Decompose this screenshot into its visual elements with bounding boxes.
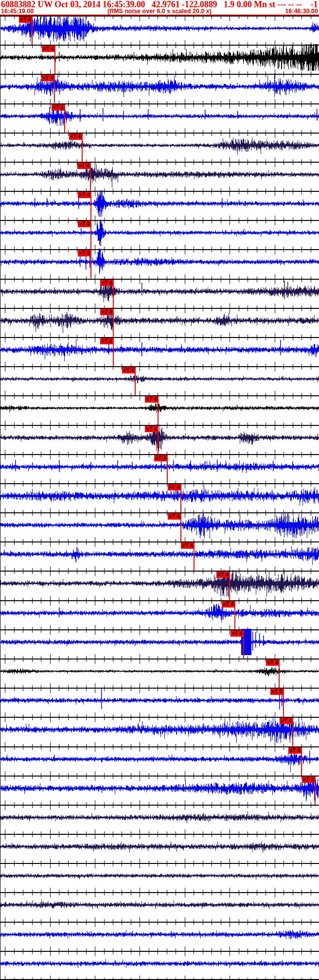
station-label: US HLID BHZ 00 99999.0km BW HIGHPASS 2.0… xyxy=(5,591,158,598)
pick-line[interactable] xyxy=(158,426,159,454)
pick-line[interactable] xyxy=(113,338,114,366)
pick-line[interactable] xyxy=(158,396,159,424)
window-start-time: 16:45:19.00 xyxy=(1,8,34,15)
pick-line[interactable] xyxy=(54,46,55,74)
pick-line[interactable] xyxy=(113,309,114,337)
minute-label: 16:46 xyxy=(187,719,203,725)
pick-line[interactable] xyxy=(229,572,230,600)
station-label: UW QT3 EHZ -- 99999.0km BW HIGHPASS 2.0 … xyxy=(5,738,154,744)
pick-flag[interactable]: ×T 4 xyxy=(78,192,91,198)
station-label: UW ETW EHZ -- 99999.0km BW HIGHPASS 2.0 … xyxy=(5,709,156,715)
pick-flag[interactable]: ×T 4 xyxy=(280,718,293,724)
trace-panel-stack: CC CLCV EHZ -- 99999.0km BW HIGHPASS 2.0… xyxy=(0,16,319,980)
pick-line[interactable] xyxy=(279,659,280,688)
station-label: UW BEND EHZ -- 99999.0km BW HIGHPASS 2.0… xyxy=(5,943,160,949)
minute-label: 16:46 xyxy=(187,164,203,170)
minute-label: 16:46 xyxy=(187,953,203,959)
station-label: PB B004 EHZ -- 99999.0km BW HIGHPASS 2.0… xyxy=(5,796,155,803)
pick-flag[interactable]: ×T 4 xyxy=(41,75,54,81)
minute-label: 16:46 xyxy=(187,17,203,24)
minute-label: 16:46 xyxy=(187,368,203,374)
pick-flag[interactable]: ×T 4 xyxy=(42,46,55,52)
pick-line[interactable] xyxy=(301,747,302,776)
pick-line[interactable] xyxy=(90,250,91,278)
pick-flag[interactable]: ×T 4 xyxy=(122,367,135,373)
minute-label: 16:46 xyxy=(187,76,203,82)
pick-flag[interactable]: ×T 4 xyxy=(230,630,244,637)
pick-flag[interactable]: ×T 4 xyxy=(145,396,158,403)
minute-label: 16:46 xyxy=(187,690,203,696)
pick-flag[interactable]: ×T 4 xyxy=(145,426,158,432)
minute-label: 16:46 xyxy=(187,105,203,112)
pick-line[interactable] xyxy=(234,601,235,629)
station-label: UW SVQH EHZ -- 99999.0km BW HIGHPASS 2.0… xyxy=(5,533,160,540)
pick-line[interactable] xyxy=(194,542,195,571)
window-end-time: 16:46:30.00 xyxy=(285,8,318,15)
station-label: PB B031 EHZ -- 99999.0km BW HIGHPASS 2.0… xyxy=(5,475,155,482)
pick-line[interactable] xyxy=(135,367,136,395)
pick-flag[interactable]: ×T 4 xyxy=(100,309,113,315)
pick-line[interactable] xyxy=(180,484,181,512)
pick-flag[interactable]: ×T 4 xyxy=(168,484,181,490)
station-label: UW RRHS EHZ -- 99999.0km BW HIGHPASS 2.0… xyxy=(5,358,160,365)
pick-flag[interactable]: ×T 4 xyxy=(181,542,194,549)
pick-line[interactable] xyxy=(180,513,181,541)
pick-line[interactable] xyxy=(283,689,284,717)
station-label: UW TUCA HHZ -- 99999.0km BW HIGHPASS 2.0… xyxy=(5,679,159,686)
pick-flag[interactable]: ×T 4 xyxy=(168,513,181,520)
minute-label: 16:46 xyxy=(187,193,203,199)
pick-flag[interactable]: ×T 4 xyxy=(69,134,82,140)
pick-flag[interactable]: ×T 4 xyxy=(216,572,230,578)
pick-line[interactable] xyxy=(54,75,55,103)
pick-line[interactable] xyxy=(90,163,91,191)
minute-label: 16:46 xyxy=(187,602,203,608)
pick-flag[interactable]: ×T 4 xyxy=(266,659,279,666)
time-axis-header: 16:45:19.00 (RMS noise over 6.0 s scaled… xyxy=(1,8,318,15)
pick-line[interactable] xyxy=(292,718,293,746)
pick-line[interactable] xyxy=(90,221,91,249)
pick-flag[interactable]: ×T 4 xyxy=(154,455,167,461)
station-label: TA F05D BHZ -- 99999.0km BW HIGHPASS 2.0… xyxy=(5,153,154,160)
minute-label: 16:46 xyxy=(187,865,203,871)
pick-line[interactable] xyxy=(32,17,33,45)
pick-line[interactable] xyxy=(113,280,114,308)
pick-line[interactable] xyxy=(82,134,83,162)
pick-flag[interactable]: ×T 4 xyxy=(302,777,315,783)
station-label: TA E04D BHZ -- 99999.0km BW HIGHPASS 2.0… xyxy=(5,446,155,453)
pick-flag[interactable]: ×T 4 xyxy=(77,163,90,169)
pick-flag[interactable]: ×T 4 xyxy=(78,250,91,256)
pick-flag[interactable]: ×T 4 xyxy=(78,221,91,227)
station-label: TA J04D BHZ -- 99999.0km BW HIGHPASS 2.0… xyxy=(5,329,153,336)
station-label: UO IRO EHZ -- 99999.0km BW HIGHPASS 2.0 … xyxy=(5,270,152,277)
station-label: TA I05D BHZ -- 99999.0km BW HIGHPASS 2.0… xyxy=(5,913,152,920)
minute-label: 16:46 xyxy=(187,339,203,345)
minute-label: 16:46 xyxy=(187,777,203,784)
pick-line[interactable] xyxy=(167,455,168,483)
minute-label: 16:46 xyxy=(187,251,203,257)
station-label: PB B007 EHZ -- 99999.0km BW HIGHPASS 2.0… xyxy=(5,767,155,774)
pick-flag[interactable]: ×T 4 xyxy=(100,280,113,286)
pick-line[interactable] xyxy=(243,630,244,659)
station-label: CC JRO BHZ -- 99999.0km BW HIGHPASS 2.0 … xyxy=(5,300,153,306)
station-label: UO FRIS EHZ -- 99999.0km BW HIGHPASS 2.0… xyxy=(5,212,155,219)
minute-label: 16:46 xyxy=(187,47,203,53)
minute-label: 16:46 xyxy=(187,310,203,316)
station-label: CC WIFE BHZ -- 99999.0km BW HIGHPASS 2.0… xyxy=(5,884,156,891)
pick-flag[interactable]: ×T 4 xyxy=(100,338,113,344)
pick-line[interactable] xyxy=(64,104,65,133)
pick-line[interactable] xyxy=(315,777,316,805)
minute-label: 16:46 xyxy=(187,514,203,521)
station-label: UW RVC EHZ -- 99999.0km BW HIGHPASS 2.0 … xyxy=(5,650,155,657)
pick-flag[interactable]: ×T 4 xyxy=(288,747,301,754)
pick-flag[interactable]: ×T 4 xyxy=(52,104,65,111)
station-label: TA K04D BHZ -- 99999.0km BW HIGHPASS 2.0… xyxy=(5,183,155,189)
pick-flag[interactable]: ×T 4 xyxy=(19,17,32,23)
station-label: PB B022 EHZ -- 99999.0km BW HIGHPASS 2.0… xyxy=(5,562,155,569)
rms-scale-note: (RMS noise over 6.0 s scaled 20.0 x) xyxy=(107,8,212,15)
pick-line[interactable] xyxy=(90,192,91,220)
station-label: CC CLCV EHZ -- 99999.0km BW HIGHPASS 2.0… xyxy=(5,36,158,43)
pick-flag[interactable]: ×T 4 xyxy=(222,601,235,608)
pick-flag[interactable]: ×T 4 xyxy=(270,689,284,695)
minute-label: 16:46 xyxy=(187,135,203,141)
minute-label: 16:46 xyxy=(187,807,203,813)
